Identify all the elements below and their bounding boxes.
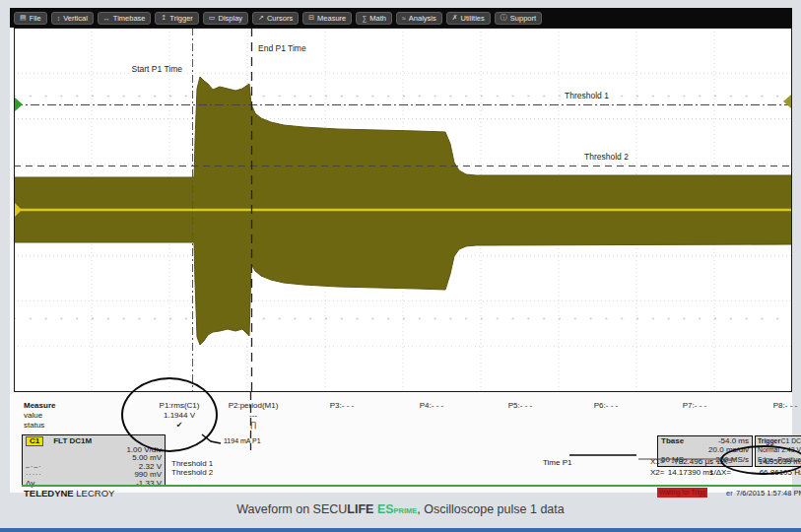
measure-col-p6[interactable]: P6:- - - [594,401,618,431]
measure-value: 1.1944 V [160,411,200,421]
channel-c1-box[interactable]: C1 FLT DC1M 1.00 V/div 5.00 mV –·–·2.32 … [22,434,166,487]
threshold1-name-label: Threshold 1 [171,459,213,468]
cursors-icon: ↗ [258,14,264,22]
caption-prime: PRIME [394,506,418,515]
measure-label: P1:rms(C1) [160,401,200,411]
measure-status-icon [773,421,797,431]
menu-item-label: Support [510,14,536,23]
analysis-icon: ≈ [402,15,406,22]
dx-value: 14.95639 ms [743,457,801,466]
tbase-delay: -54.0 ms [718,436,749,445]
menu-item-label: Display [218,14,242,23]
trigger-mode: Normal [758,445,779,454]
measure-col-p5[interactable]: P5:- - - [508,401,532,431]
measure-value [420,411,443,421]
menu-item-analysis[interactable]: ≈Analysis [396,12,442,25]
menu-item-cursors[interactable]: ↗Cursors [252,12,299,25]
time-p1-label: Time P1 [543,458,572,467]
measure-status-icon [683,421,706,431]
waveform-display[interactable]: Start P1 Time End P1 Time Threshold 1 Th… [14,28,792,392]
menu-item-label: Timebase [113,14,146,23]
vertical-icon: ↕ [57,15,61,22]
file-icon: ▤ [20,14,27,22]
measure-value [508,411,532,421]
measure-status-icon [594,421,618,431]
menu-item-timebase[interactable]: ↔Timebase [98,12,152,25]
tbase-title: Tbase [661,436,684,445]
oscilloscope-app-window: ▤File↕Vertical↔Timebase↥Trigger▭Display↗… [10,8,792,493]
caption-es: ES [373,502,393,516]
measure-label: P5:- - - [508,401,532,411]
measure-col-p8[interactable]: P8:- - - [773,401,797,431]
threshold1-label: Threshold 1 [563,91,611,100]
start-p1-time-label: Start P1 Time [130,64,185,74]
x2-value: 14.17390 ms [662,468,713,477]
trigger-level: 2.43 V [781,445,801,454]
measure-value [330,411,354,421]
measure-icon: ⊟ [308,14,314,22]
channel-coupling: FLT DC1M [53,437,92,445]
inv-dx-label: 1/ΔX= [709,468,731,477]
menu-item-label: Trigger [169,14,192,23]
figure-caption: Waveform on SECULIFE ESPRIME, Oscillosco… [0,502,801,516]
channel-c1-chip: C1 [26,436,43,446]
bottom-blue-bar [0,528,801,532]
menu-item-file[interactable]: ▤File [14,12,47,25]
measure-col-p3[interactable]: P3:- - - [330,401,354,431]
measure-header: Measure [24,401,55,411]
trigger-status-suffix: er [726,489,733,498]
left-threshold-arrow-icon [15,98,23,111]
measure-label: P8:- - - [773,401,797,411]
inv-dx-value: 66.86105 Hz [743,468,801,477]
screenshot-page: ▤File↕Vertical↔Timebase↥Trigger▭Display↗… [0,0,801,532]
threshold2-name-label: Threshold 2 [171,468,213,477]
tbase-scale: 20.0 ms/div [708,445,749,454]
menu-item-math[interactable]: ∑Math [356,12,392,25]
brand-lecroy: LECROY [74,488,115,499]
value-header: value [24,411,55,421]
measure-status-icon: ∏ [229,421,279,431]
measure-status-icon: ✔ [160,421,200,431]
measure-value [683,411,706,421]
measure-status-icon [508,421,532,431]
threshold2-label: Threshold 2 [582,152,631,162]
caption-suffix: , Oscilloscope pulse 1 data [417,502,564,516]
trigger-source: C1 DC [781,436,801,445]
measure-value [773,411,797,421]
right-threshold-arrow-icon [783,95,791,108]
menu-item-display[interactable]: ▭Display [203,12,248,25]
measure-col-p2[interactable]: P2:period(M1)---∏ [229,401,279,431]
measure-status-icon [420,421,443,431]
menu-item-label: Vertical [63,14,88,23]
brand-logo: TELEDYNE LECROY [24,488,114,499]
x1-value: -782.496 µs [662,457,713,466]
menu-item-label: Cursors [267,14,293,23]
menu-item-label: File [30,14,41,23]
timebase-icon: ↔ [103,15,110,22]
math-icon: ∑ [362,15,367,22]
menu-item-measure[interactable]: ⊟Measure [302,12,352,25]
menu-item-utilities[interactable]: ✗Utilities [446,12,491,25]
trigger-status-badge: Waiting for Trigg [657,488,707,498]
measure-label: P3:- - - [330,401,354,411]
measure-col-p7[interactable]: P7:- - - [683,401,706,431]
measure-label: P4:- - - [420,401,443,411]
trigger-title: Trigger [758,436,780,445]
menu-item-label: Measure [317,14,346,23]
menu-item-vertical[interactable]: ↕Vertical [51,12,94,25]
end-p1-time-label: End P1 Time [256,43,308,53]
menu-item-support[interactable]: ⓘSupport [495,12,542,25]
support-icon: ⓘ [501,13,507,23]
display-icon: ▭ [209,14,216,22]
measure-col-p4[interactable]: P4:- - - [420,401,443,431]
caption-prefix: Waveform on SECU [236,502,347,516]
clock-timestamp: 7/6/2015 1:57:48 PM [736,489,801,498]
callout-1194ma-label: 1194 mA P1 [224,437,261,444]
dx-label: ΔX= [717,457,732,466]
menu-item-label: Analysis [409,14,436,23]
measure-label: P7:- - - [683,401,706,411]
measure-col-p1[interactable]: P1:rms(C1)1.1944 V✔ [160,401,200,431]
measure-row-headers: Measure value status [24,401,55,431]
trigger-icon: ↥ [161,14,167,22]
menu-item-trigger[interactable]: ↥Trigger [155,12,198,25]
